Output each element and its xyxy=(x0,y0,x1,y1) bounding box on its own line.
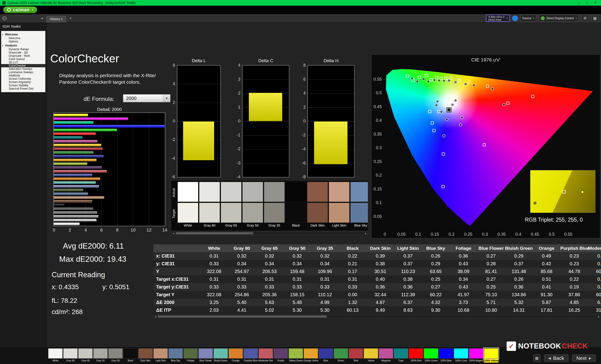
x-tick-label: 0.1 xyxy=(411,232,425,237)
add-tab-button[interactable]: + xyxy=(68,16,73,21)
patch-gray-35[interactable]: Gray 35 xyxy=(108,348,123,363)
scroll-left-icon[interactable]: ◀ xyxy=(153,315,157,318)
target-swatch xyxy=(178,203,198,223)
de-formula-select[interactable]: 2000 ▼ xyxy=(123,94,170,102)
tree-section-analysis[interactable]: Analysis xyxy=(1,43,45,48)
scrollbar-thumb[interactable] xyxy=(158,316,327,317)
table-cell: 91.30 xyxy=(533,291,560,298)
patch-red[interactable]: Red xyxy=(349,348,363,363)
patch-magenta[interactable]: Magenta xyxy=(379,348,393,363)
scrollbar-thumb[interactable] xyxy=(176,232,253,234)
patch-purplish-blue[interactable]: Purplish Blue xyxy=(243,348,258,363)
sidebar-item-grayscale-multi[interactable]: Grayscale - Multi xyxy=(1,54,45,57)
patch-dark-skin[interactable]: Dark Skin xyxy=(138,348,153,363)
tab-scroll-left-button[interactable]: ◀ xyxy=(40,16,44,21)
patch-blue-sky[interactable]: Blue Sky xyxy=(168,348,183,363)
sidebar-item-grayscale-2pt[interactable]: Grayscale - 2pt xyxy=(1,51,45,54)
patch-blue[interactable]: Blue xyxy=(319,348,333,363)
table-cell: 4.85 xyxy=(560,298,588,306)
patch-white[interactable]: White xyxy=(48,348,63,363)
patch-gray-50[interactable]: Gray 50 xyxy=(93,348,108,363)
display-control-select[interactable]: Direct Display Control ▾ xyxy=(539,15,579,22)
patch-black[interactable]: Black xyxy=(123,348,138,363)
patch-foliage[interactable]: Foliage xyxy=(183,348,198,363)
back-button[interactable]: ◀ Back xyxy=(544,354,569,362)
table-scrollbar[interactable]: ◀ ▶ xyxy=(153,315,601,318)
tab-history-1[interactable]: History 1 xyxy=(46,16,66,22)
patch-100-yellow[interactable]: 100% Yellow xyxy=(484,348,498,363)
bar-100-yellow xyxy=(54,114,88,116)
patch-gray-65[interactable]: Gray 65 xyxy=(78,348,93,363)
patch-green[interactable]: Green xyxy=(334,348,348,363)
table-cell: 60.72 xyxy=(588,268,601,275)
maximize-button[interactable]: □ xyxy=(586,1,588,5)
sidebar-item-spectral-power-dist[interactable]: Spectral Power Dist. xyxy=(1,87,45,90)
scroll-right-icon[interactable]: ▶ xyxy=(364,232,368,235)
patch-100-magenta[interactable]: 100% Magenta xyxy=(469,348,483,363)
patch-color xyxy=(409,348,423,359)
patch-label: Blue Sky xyxy=(168,359,183,363)
scroll-left-icon[interactable]: ◀ xyxy=(172,232,175,235)
patch-color xyxy=(364,348,378,359)
sidebar-item-3d-lut[interactable]: 3D LUT xyxy=(1,61,45,64)
table-cell: 0.37 xyxy=(394,252,422,260)
table-cell: 322.08 xyxy=(200,268,228,275)
sidebar-item-luminance-sweeps[interactable]: Luminance Sweeps xyxy=(1,71,45,74)
sidebar-item-additivity[interactable]: Additivity xyxy=(1,74,45,77)
bar-white xyxy=(54,223,80,225)
patch-bluish-green[interactable]: Bluish Green xyxy=(213,348,228,363)
next-button[interactable]: Next ▶ xyxy=(572,354,596,362)
y-tick-label: 0 xyxy=(232,119,240,124)
patch-yellow-green[interactable]: Yellow Green xyxy=(289,348,303,363)
patch-orange[interactable]: Orange xyxy=(229,348,243,363)
patch-label: Light Skin xyxy=(153,359,168,363)
close-button[interactable]: ✕ xyxy=(594,1,597,5)
session-menu-button[interactable] xyxy=(2,16,7,20)
patch-100-green[interactable]: 100% Green xyxy=(424,348,438,363)
current-reading-label: Current Reading xyxy=(52,271,105,279)
sidebar-item-screen-uniformity[interactable]: Screen Uniformity xyxy=(1,77,45,80)
layout-button[interactable]: ▦ xyxy=(591,15,599,22)
target-marker xyxy=(468,81,471,84)
table-cell: 254.86 xyxy=(228,291,256,298)
meter-select[interactable]: X-Rite i1Pro 2 Direct View ▾ xyxy=(486,15,510,22)
sidebar-item-saturation-sweeps[interactable]: Saturation Sweeps xyxy=(1,67,45,71)
patch-100-red[interactable]: 100% Red xyxy=(409,348,423,363)
table-cell: 9.30 xyxy=(422,306,450,314)
patch-label: Gray 65 xyxy=(78,359,93,363)
grid-line xyxy=(308,93,354,94)
patch-purple[interactable]: Purple xyxy=(273,348,288,363)
patch-label: Blue Flower xyxy=(198,359,213,363)
patch-moderate-red[interactable]: Moderate Red xyxy=(259,348,273,363)
sidebar-item-color-gamut[interactable]: Color Gamut xyxy=(1,57,45,61)
patch-yellow[interactable]: Yellow xyxy=(364,348,378,363)
next-label: Next xyxy=(576,355,586,361)
sidebar-item-options[interactable]: Options xyxy=(1,40,45,43)
patch-cyan[interactable]: Cyan xyxy=(394,348,408,363)
sidebar-item-colorchecker[interactable]: ColorChecker xyxy=(1,64,45,67)
patch-light-skin[interactable]: Light Skin xyxy=(153,348,168,363)
tree-section-welcome[interactable]: Welcome xyxy=(1,32,45,37)
patch-100-cyan[interactable]: 100% Cyan xyxy=(454,348,468,363)
cie-chart-title: CIE 1976 u'v' xyxy=(371,57,600,63)
sidebar: SDR Toolkit WelcomeWelcomeOptionsAnalysi… xyxy=(0,22,47,364)
sidebar-item-screen-angularity[interactable]: Screen Angularity xyxy=(1,80,45,84)
settings-gear-button[interactable]: ⚙ xyxy=(581,15,589,22)
patch-100-blue[interactable]: 100% Blue xyxy=(439,348,453,363)
minimize-button[interactable]: ─ xyxy=(578,1,580,5)
column-header-bluish-green: Bluish Green xyxy=(505,244,533,252)
window-title: Calman 2025 Calman Ultimate for Business… xyxy=(8,1,136,5)
table-cell: 0.21 xyxy=(339,260,366,268)
layout-toggle-button[interactable]: ▦ xyxy=(533,354,541,362)
strip-scrollbar[interactable]: ◀ ▶ xyxy=(171,231,368,235)
patch-orange-yellow[interactable]: Orange Yellow xyxy=(304,348,318,363)
sidebar-item-dynamic-range[interactable]: Dynamic Range xyxy=(1,48,45,51)
source-select[interactable]: Source ▾ xyxy=(520,15,536,22)
scroll-right-icon[interactable]: ▶ xyxy=(597,315,601,318)
patch-gray-80[interactable]: Gray 80 xyxy=(63,348,78,363)
sidebar-item-screen-stability[interactable]: Screen Stability xyxy=(1,84,45,87)
sidebar-item-welcome[interactable]: Welcome xyxy=(1,37,45,40)
calman-menu-button[interactable]: calman ▾ xyxy=(3,7,37,13)
patch-blue-flower[interactable]: Blue Flower xyxy=(198,348,213,363)
table-cell: 0.37 xyxy=(394,260,422,268)
